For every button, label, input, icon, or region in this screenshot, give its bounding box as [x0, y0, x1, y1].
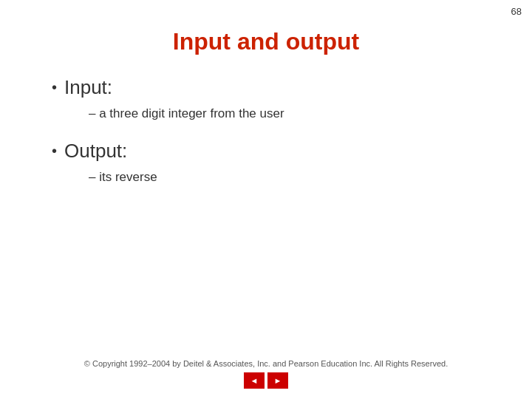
- slide: 68 Input and output • Input: a three dig…: [0, 0, 532, 399]
- bullet-output-header: • Output:: [52, 140, 502, 163]
- bullet-dot-output: •: [52, 143, 57, 160]
- bullet-dot-input: •: [52, 79, 57, 96]
- bullet-input-header: • Input:: [52, 76, 502, 99]
- bullet-input-sub: a three digit integer from the user: [52, 103, 502, 123]
- nav-buttons: ◄ ►: [244, 372, 288, 389]
- slide-title: Input and output: [30, 28, 502, 55]
- bullet-output-label: Output:: [64, 140, 127, 163]
- footer: © Copyright 1992–2004 by Deitel & Associ…: [0, 359, 532, 389]
- footer-copyright: © Copyright 1992–2004 by Deitel & Associ…: [84, 359, 448, 368]
- bullet-input: • Input: a three digit integer from the …: [30, 76, 502, 123]
- bullet-input-label: Input:: [64, 76, 112, 99]
- prev-button[interactable]: ◄: [244, 372, 265, 389]
- next-button[interactable]: ►: [267, 372, 288, 389]
- bullet-output: • Output: its reverse: [30, 140, 502, 187]
- bullet-output-sub: its reverse: [52, 167, 502, 187]
- page-number: 68: [511, 6, 522, 17]
